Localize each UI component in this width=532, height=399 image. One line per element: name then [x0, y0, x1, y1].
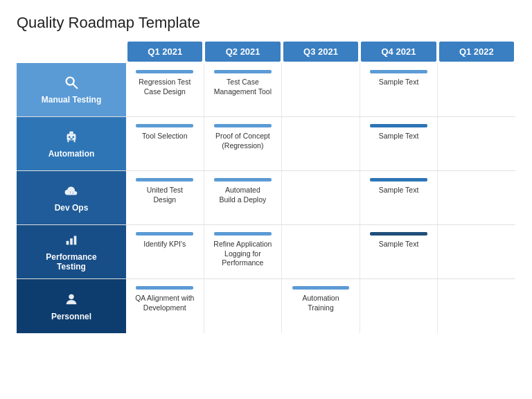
- cell-0-0: Regression TestCase Design: [126, 63, 204, 116]
- cell-0-1: Test CaseManagement Tool: [204, 63, 282, 116]
- category-label-4: Personnel: [51, 312, 91, 321]
- row-0: Manual TestingRegression TestCase Design…: [17, 63, 515, 117]
- bar-1-3: [370, 124, 427, 127]
- bar-4-0: [136, 286, 193, 290]
- bar-4-2: [292, 286, 350, 290]
- cell-0-4: [437, 63, 515, 116]
- bar-2-0: [136, 178, 193, 181]
- category-label-1: Automation: [48, 149, 95, 159]
- row-2: ↑↓Dev OpsUnited TestDesignAutomatedBuild…: [17, 171, 515, 225]
- cell-1-1: Proof of Concept(Regression): [204, 117, 282, 170]
- bar-3-1: [214, 232, 272, 236]
- cell-text-3-3: Sample Text: [379, 240, 419, 249]
- quarters-2: United TestDesignAutomatedBuild a Deploy…: [126, 171, 515, 224]
- bar-1-0: [136, 124, 193, 127]
- svg-point-4: [69, 136, 71, 139]
- category-3: PerformanceTesting: [17, 225, 126, 278]
- cell-0-2: [281, 63, 360, 116]
- cell-text-0-1: Test CaseManagement Tool: [214, 78, 272, 96]
- row-3: PerformanceTestingIdentify KPI'sRefine A…: [17, 225, 515, 279]
- quarters-1: Tool SelectionProof of Concept(Regressio…: [126, 117, 515, 170]
- quarter-header-0: Q1 2021: [127, 42, 202, 62]
- category-icon-4: [64, 292, 79, 309]
- category-label-0: Manual Testing: [42, 95, 101, 105]
- svg-rect-8: [70, 139, 73, 140]
- cell-2-0: United TestDesign: [126, 171, 204, 224]
- svg-point-13: [69, 294, 73, 299]
- cell-2-4: [437, 171, 515, 224]
- cell-text-3-0: Identify KPI's: [143, 240, 186, 249]
- cell-3-2: [281, 225, 360, 278]
- cell-text-3-1: Refine Application Logging forPerformanc…: [207, 240, 279, 268]
- quarter-header-4: Q1 2022: [439, 42, 514, 62]
- cell-4-1: [204, 279, 282, 333]
- row-1: AutomationTool SelectionProof of Concept…: [17, 117, 515, 171]
- cell-4-2: AutomationTraining: [281, 279, 360, 333]
- cell-text-1-0: Tool Selection: [142, 132, 187, 141]
- quarters-0: Regression TestCase DesignTest CaseManag…: [126, 63, 515, 116]
- data-rows: Manual TestingRegression TestCase Design…: [17, 63, 515, 333]
- bar-2-1: [214, 178, 272, 181]
- cell-text-0-3: Sample Text: [379, 78, 419, 87]
- bar-0-0: [136, 70, 193, 73]
- bar-2-3: [370, 178, 427, 181]
- quarters-3: Identify KPI'sRefine Application Logging…: [126, 225, 515, 278]
- quarters-4: QA Alignment withDevelopmentAutomationTr…: [126, 279, 515, 333]
- bar-0-1: [214, 70, 272, 73]
- cell-3-1: Refine Application Logging forPerformanc…: [204, 225, 282, 278]
- category-icon-3: [64, 232, 79, 249]
- cell-4-3: [360, 279, 438, 333]
- svg-rect-10: [66, 241, 69, 245]
- cell-2-2: [281, 171, 360, 224]
- cell-1-4: [437, 117, 515, 170]
- cell-text-2-3: Sample Text: [379, 186, 419, 195]
- row-4: PersonnelQA Alignment withDevelopmentAut…: [17, 279, 515, 333]
- roadmap-container: Q1 2021Q2 2021Q3 2021Q4 2021Q1 2022 Manu…: [17, 42, 515, 333]
- cell-1-3: Sample Text: [360, 117, 438, 170]
- category-label-3: PerformanceTesting: [46, 252, 96, 272]
- cell-0-3: Sample Text: [360, 63, 438, 116]
- svg-line-1: [73, 85, 78, 89]
- cell-2-3: Sample Text: [360, 171, 438, 224]
- bar-3-0: [136, 232, 193, 236]
- cell-3-3: Sample Text: [360, 225, 438, 278]
- header-row: Q1 2021Q2 2021Q3 2021Q4 2021Q1 2022: [126, 42, 515, 62]
- svg-point-5: [72, 136, 74, 139]
- cell-3-4: [437, 225, 515, 278]
- cell-text-4-2: AutomationTraining: [302, 294, 339, 312]
- cell-2-1: AutomatedBuild a Deploy: [204, 171, 282, 224]
- cell-4-4: [437, 279, 515, 333]
- quarter-header-2: Q3 2021: [283, 42, 358, 62]
- cell-1-0: Tool Selection: [126, 117, 204, 170]
- svg-rect-3: [69, 132, 73, 134]
- svg-rect-12: [74, 236, 77, 245]
- category-2: ↑↓Dev Ops: [17, 171, 126, 224]
- category-icon-0: [64, 75, 79, 92]
- bar-1-1: [214, 124, 272, 127]
- cell-text-2-0: United TestDesign: [147, 186, 183, 204]
- category-0: Manual Testing: [17, 63, 126, 116]
- cell-text-0-0: Regression TestCase Design: [139, 78, 190, 96]
- category-4: Personnel: [17, 279, 126, 333]
- category-icon-2: ↑↓: [64, 183, 79, 200]
- cell-text-1-1: Proof of Concept(Regression): [215, 132, 270, 150]
- category-label-2: Dev Ops: [55, 203, 89, 213]
- svg-text:↑↓: ↑↓: [69, 190, 73, 195]
- cell-text-4-0: QA Alignment withDevelopment: [135, 294, 194, 312]
- quarter-header-1: Q2 2021: [205, 42, 280, 62]
- cell-text-1-3: Sample Text: [379, 132, 419, 141]
- quarter-header-3: Q4 2021: [361, 42, 436, 62]
- category-icon-1: [64, 129, 79, 146]
- cell-3-0: Identify KPI's: [126, 225, 204, 278]
- page-title: Quality Roadmap Template: [17, 14, 515, 32]
- bar-0-3: [370, 70, 427, 73]
- cell-text-2-1: AutomatedBuild a Deploy: [220, 186, 267, 204]
- bar-3-3: [370, 232, 427, 236]
- category-1: Automation: [17, 117, 126, 170]
- cell-4-0: QA Alignment withDevelopment: [126, 279, 204, 333]
- svg-rect-11: [70, 238, 73, 245]
- cell-1-2: [281, 117, 360, 170]
